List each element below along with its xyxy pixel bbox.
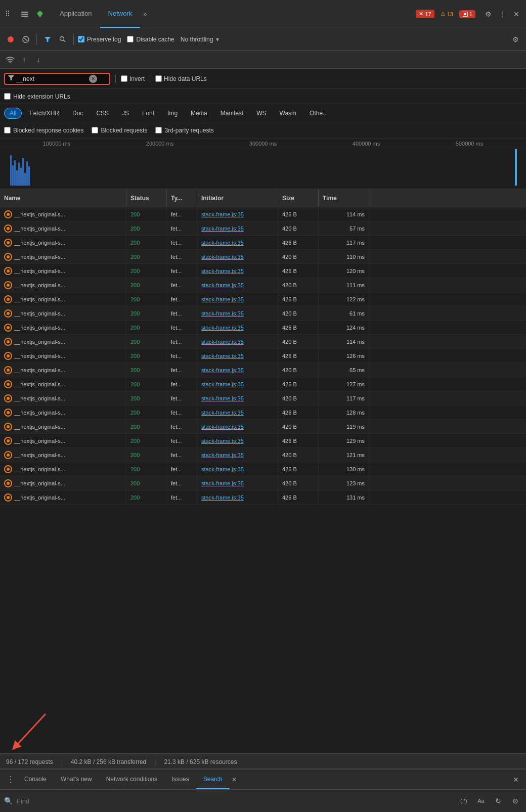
table-row[interactable]: __nextjs_original-s... 200 fet... stack-… <box>0 221 526 236</box>
bottom-panel-close-button[interactable]: ✕ <box>510 774 522 786</box>
hide-extension-checkbox[interactable]: Hide extension URLs <box>4 93 70 100</box>
cursor-icon[interactable] <box>4 9 15 20</box>
type-btn-manifest[interactable]: Manifest <box>215 108 249 119</box>
table-row[interactable]: __nextjs_original-s... 200 fet... stack-… <box>0 264 526 278</box>
table-row[interactable]: __nextjs_original-s... 200 fet... stack-… <box>0 335 526 349</box>
table-row[interactable]: __nextjs_original-s... 200 fet... stack-… <box>0 363 526 377</box>
devtools-close-icon[interactable]: ✕ <box>511 9 522 20</box>
tab-console[interactable]: Console <box>17 770 54 789</box>
type-btn-img[interactable]: Img <box>162 108 183 119</box>
header-type[interactable]: Ty... <box>167 189 197 207</box>
cell-time: 120 ms <box>319 264 369 278</box>
table-row[interactable]: __nextjs_original-s... 200 fet... stack-… <box>0 236 526 250</box>
table-row[interactable]: __nextjs_original-s... 200 fet... stack-… <box>0 306 526 321</box>
table-row[interactable]: __nextjs_original-s... 200 fet... stack-… <box>0 420 526 434</box>
wifi-icon[interactable] <box>4 54 16 66</box>
type-btn-wasm[interactable]: Wasm <box>274 108 302 119</box>
hide-data-urls-checkbox[interactable]: Hide data URLs <box>155 75 207 82</box>
cell-type: fet... <box>167 264 197 278</box>
find-clear-button[interactable]: ⊘ <box>509 794 522 807</box>
table-row[interactable]: __nextjs_original-s... 200 fet... stack-… <box>0 292 526 306</box>
tab-network-conditions[interactable]: Network conditions <box>99 770 164 789</box>
layers-icon[interactable] <box>19 9 30 20</box>
tab-issues[interactable]: Issues <box>164 770 196 789</box>
devtools-settings-icon[interactable]: ⚙ <box>483 9 494 20</box>
table-row[interactable]: __nextjs_original-s... 200 fet... stack-… <box>0 349 526 363</box>
table-row[interactable]: __nextjs_original-s... 200 fet... stack-… <box>0 207 526 221</box>
table-row[interactable]: __nextjs_original-s... 200 fet... stack-… <box>0 462 526 476</box>
network-settings-button[interactable]: ⚙ <box>509 33 522 46</box>
cell-type: fet... <box>167 363 197 377</box>
resources-size: 21.3 kB / 625 kB resources <box>164 758 237 765</box>
tab-network[interactable]: Network <box>100 0 141 28</box>
request-icon <box>4 253 12 261</box>
type-btn-fetch-xhr[interactable]: Fetch/XHR <box>24 108 65 119</box>
table-row[interactable]: __nextjs_original-s... 200 fet... stack-… <box>0 448 526 462</box>
upload-icon[interactable]: ↑ <box>18 54 30 66</box>
tab-search[interactable]: Search <box>196 770 230 789</box>
svg-line-19 <box>15 714 46 747</box>
type-btn-font[interactable]: Font <box>137 108 160 119</box>
header-initiator[interactable]: Initiator <box>197 189 278 207</box>
tab-search-close[interactable]: ✕ <box>230 775 239 784</box>
record-button[interactable] <box>4 33 17 46</box>
type-btn-other[interactable]: Othe... <box>304 108 333 119</box>
filter-input[interactable] <box>16 75 87 82</box>
cell-type: fet... <box>167 321 197 334</box>
cell-time: 128 ms <box>319 405 369 419</box>
find-refresh-button[interactable]: ↻ <box>492 794 505 807</box>
type-btn-all[interactable]: All <box>4 108 22 119</box>
type-btn-ws[interactable]: WS <box>251 108 272 119</box>
tab-more[interactable]: » <box>140 6 150 22</box>
download-icon[interactable]: ↓ <box>32 54 45 66</box>
request-icon <box>4 352 12 360</box>
info-badge[interactable]: 🞕 1 <box>459 10 475 18</box>
header-time[interactable]: Time <box>319 189 369 207</box>
table-row[interactable]: __nextjs_original-s... 200 fet... stack-… <box>0 405 526 420</box>
blocked-cookies-checkbox[interactable]: Blocked response cookies <box>4 127 83 134</box>
find-input[interactable] <box>17 797 453 805</box>
bottom-panel-dots[interactable]: ⋮ <box>4 773 17 786</box>
table-row[interactable]: __nextjs_original-s... 200 fet... stack-… <box>0 250 526 264</box>
table-row[interactable]: __nextjs_original-s... 200 fet... stack-… <box>0 321 526 335</box>
third-party-checkbox[interactable]: 3rd-party requests <box>155 127 213 134</box>
invert-checkbox[interactable]: Invert <box>121 75 145 82</box>
search-button[interactable] <box>56 33 69 46</box>
header-size[interactable]: Size <box>278 189 319 207</box>
throttle-arrow-icon[interactable]: ▾ <box>216 36 219 43</box>
filter-clear-button[interactable]: ✕ <box>89 75 97 83</box>
table-row[interactable]: __nextjs_original-s... 200 fet... stack-… <box>0 391 526 405</box>
header-name[interactable]: Name <box>0 189 126 207</box>
type-btn-doc[interactable]: Doc <box>67 108 89 119</box>
warn-badge[interactable]: ⚠ 13 <box>437 10 456 18</box>
cell-type: fet... <box>167 278 197 292</box>
clear-button[interactable] <box>19 33 32 46</box>
table-row[interactable]: __nextjs_original-s... 200 fet... stack-… <box>0 476 526 490</box>
request-icon <box>4 224 12 233</box>
preserve-log-checkbox[interactable]: Preserve log <box>78 36 121 43</box>
error-badge[interactable]: ✕ 17 <box>416 10 434 18</box>
gem-icon[interactable] <box>34 9 46 20</box>
table-row[interactable]: __nextjs_original-s... 200 fet... stack-… <box>0 377 526 391</box>
cell-waterfall <box>369 476 526 490</box>
cell-name: __nextjs_original-s... <box>0 405 126 419</box>
request-icon <box>4 451 12 459</box>
type-btn-media[interactable]: Media <box>185 108 213 119</box>
find-case-button[interactable]: Aa <box>474 794 488 807</box>
blocked-requests-checkbox[interactable]: Blocked requests <box>92 127 147 134</box>
devtools-more-icon[interactable]: ⋮ <box>497 9 508 20</box>
table-row[interactable]: __nextjs_original-s... 200 fet... stack-… <box>0 434 526 448</box>
type-btn-js[interactable]: JS <box>116 108 135 119</box>
disable-cache-checkbox[interactable]: Disable cache <box>127 36 174 43</box>
tab-whatsnew[interactable]: What's new <box>54 770 99 789</box>
find-regex-button[interactable]: (.*) <box>457 794 470 807</box>
cell-time: 114 ms <box>319 207 369 221</box>
type-btn-css[interactable]: CSS <box>91 108 114 119</box>
table-row[interactable]: __nextjs_original-s... 200 fet... stack-… <box>0 490 526 505</box>
table-row[interactable]: __nextjs_original-s... 200 fet... stack-… <box>0 278 526 292</box>
tab-application[interactable]: Application <box>52 0 100 28</box>
filter-toggle-button[interactable] <box>41 33 54 46</box>
header-status[interactable]: Status <box>126 189 167 207</box>
header-waterfall[interactable] <box>369 189 526 207</box>
table-header: Name Status Ty... Initiator Size Time <box>0 189 526 207</box>
